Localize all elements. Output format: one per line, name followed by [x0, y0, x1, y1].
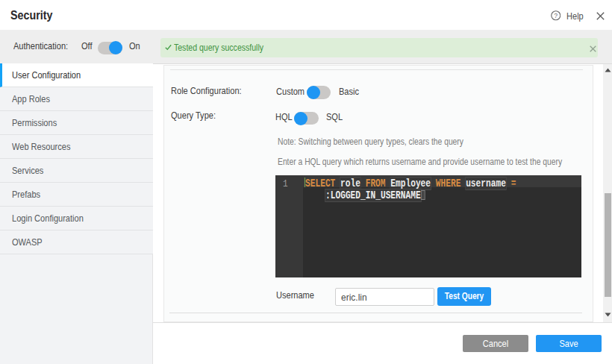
- svg-text:?: ?: [554, 12, 558, 19]
